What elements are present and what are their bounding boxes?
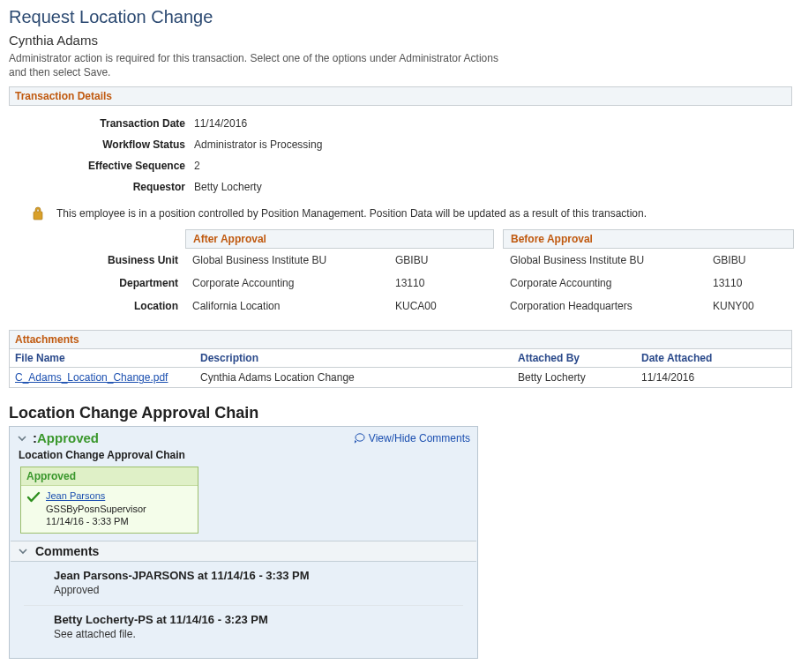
- before-bu-code: GBIBU: [706, 249, 794, 272]
- comment-item: Betty Locherty-PS at 11/14/16 - 3:23 PM …: [24, 606, 463, 649]
- approver-name-link[interactable]: Jean Parsons: [46, 490, 105, 501]
- transaction-details: Transaction Date 11/14/2016 Workflow Sta…: [9, 106, 792, 201]
- chain-sub-label: Location Change Approval Chain: [10, 447, 477, 467]
- transaction-date-label: Transaction Date: [9, 117, 194, 130]
- comment-body: See attached file.: [54, 628, 463, 640]
- after-bu-desc: Global Business Institute BU: [185, 249, 388, 272]
- after-loc-code: KUCA00: [388, 295, 494, 317]
- checkmark-icon: [26, 491, 41, 504]
- comment-item: Jean Parsons-JPARSONS at 11/14/16 - 3:33…: [24, 562, 463, 606]
- comments-disclosure-icon[interactable]: [18, 546, 28, 556]
- employee-name: Cynthia Adams: [9, 33, 792, 48]
- after-loc-desc: California Location: [185, 295, 388, 317]
- view-hide-comments-link[interactable]: View/Hide Comments: [353, 432, 470, 444]
- attachment-desc: Cynthia Adams Location Change: [200, 371, 518, 384]
- workflow-status-label: Workflow Status: [9, 138, 194, 151]
- department-label: Department: [9, 272, 185, 295]
- attachments-col-desc: Description: [200, 352, 518, 364]
- transaction-date-value: 11/14/2016: [194, 117, 792, 130]
- requestor-label: Requestor: [9, 181, 194, 193]
- approval-chain-title: Location Change Approval Chain: [9, 404, 792, 422]
- attachments-col-file: File Name: [15, 352, 200, 364]
- attachments-header: Attachments: [10, 331, 791, 349]
- attachments-col-date: Date Attached: [641, 352, 791, 364]
- comments-label: Comments: [35, 544, 99, 558]
- location-label: Location: [9, 295, 185, 317]
- page-title: Request Location Change: [9, 7, 792, 27]
- before-approval-header: Before Approval: [503, 229, 794, 249]
- position-management-note: This employee is in a position controlle…: [56, 207, 647, 220]
- before-loc-code: KUNY00: [706, 295, 794, 317]
- comment-header: Betty Locherty-PS at 11/14/16 - 3:23 PM: [54, 613, 463, 626]
- view-hide-comments-label: View/Hide Comments: [369, 432, 470, 444]
- after-bu-code: GBIBU: [388, 249, 494, 272]
- requestor-value: Betty Locherty: [194, 181, 792, 193]
- speech-bubble-icon: [353, 432, 365, 444]
- attachments-col-by: Attached By: [518, 352, 641, 364]
- attachment-date: 11/14/2016: [641, 371, 791, 384]
- after-dept-desc: Corporate Accounting: [185, 272, 388, 295]
- business-unit-label: Business Unit: [9, 249, 185, 272]
- disclosure-icon[interactable]: [17, 433, 27, 444]
- approval-card: Approved Jean Parsons GSSByPosnSuperviso…: [20, 467, 198, 534]
- before-loc-desc: Corporation Headquarters: [503, 295, 706, 317]
- before-bu-desc: Global Business Institute BU: [503, 249, 706, 272]
- workflow-status-value: Administrator is Processing: [194, 138, 792, 151]
- transaction-details-header: Transaction Details: [9, 86, 792, 106]
- before-after-grid: After Approval Before Approval Business …: [9, 229, 792, 317]
- attachment-row: C_Adams_Location_Change.pdf Cynthia Adam…: [10, 368, 791, 387]
- approver-role: GSSByPosnSupervisor: [46, 503, 146, 515]
- effective-sequence-value: 2: [194, 160, 792, 172]
- after-dept-code: 13110: [388, 272, 494, 295]
- approver-timestamp: 11/14/16 - 3:33 PM: [46, 515, 146, 527]
- comment-body: Approved: [54, 584, 463, 596]
- before-dept-desc: Corporate Accounting: [503, 272, 706, 295]
- before-dept-code: 13110: [706, 272, 794, 295]
- comment-header: Jean Parsons-JPARSONS at 11/14/16 - 3:33…: [54, 569, 463, 582]
- attachments-section: Attachments File Name Description Attach…: [9, 330, 792, 388]
- lock-icon: [32, 206, 44, 220]
- chain-status: Approved: [37, 430, 99, 445]
- after-approval-header: After Approval: [185, 229, 494, 249]
- attachment-by: Betty Locherty: [518, 371, 641, 384]
- effective-sequence-label: Effective Sequence: [9, 160, 194, 172]
- attachment-file-link[interactable]: C_Adams_Location_Change.pdf: [15, 371, 168, 384]
- instruction-text: Administrator action is required for thi…: [9, 51, 503, 79]
- approval-chain-box: :Approved View/Hide Comments Location Ch…: [9, 426, 478, 659]
- approval-card-status: Approved: [21, 467, 198, 486]
